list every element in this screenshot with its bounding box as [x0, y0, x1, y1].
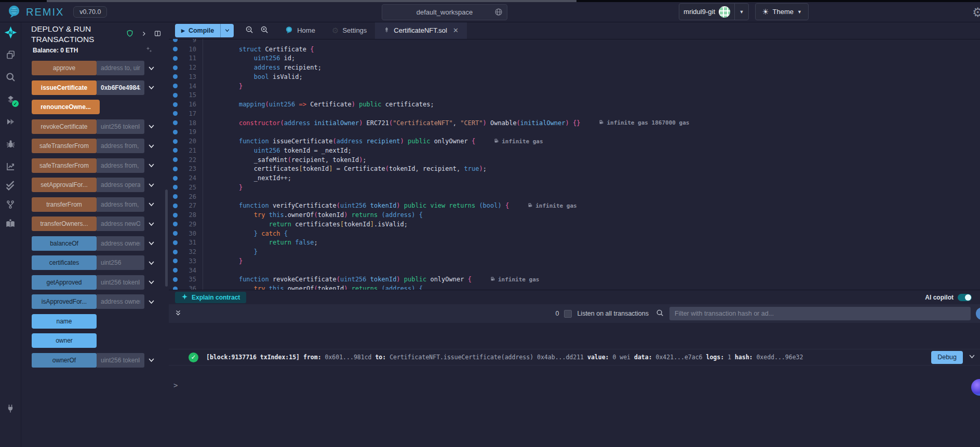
zoom-out-icon[interactable]	[245, 25, 254, 36]
user-menu-caret[interactable]: ▼	[734, 4, 748, 20]
sidebar-icon-learneth[interactable]	[0, 218, 21, 230]
terminal-edge-button[interactable]	[976, 307, 980, 320]
function-button-revokeCertificate[interactable]: revokeCertificate	[32, 119, 97, 134]
breakpoint-dot[interactable]	[173, 268, 178, 273]
breakpoint-dot[interactable]	[173, 185, 178, 189]
breakpoint-dot[interactable]	[173, 84, 178, 88]
breakpoint-dot[interactable]	[173, 240, 178, 245]
user-menu[interactable]: mridul9-git ▼	[679, 3, 749, 20]
function-input-setApprovalFor[interactable]	[97, 178, 144, 192]
function-button-approve[interactable]: approve	[32, 61, 97, 75]
expand-caret-icon[interactable]	[144, 298, 155, 306]
terminal-filter-input[interactable]	[669, 307, 971, 320]
sidebar-icon-deploy-run[interactable]	[0, 115, 21, 128]
expand-caret-icon[interactable]	[144, 123, 155, 130]
expand-caret-icon[interactable]	[144, 239, 155, 247]
tab-settings[interactable]: ⚙Settings	[324, 22, 375, 39]
window-top-scrollbar[interactable]	[0, 0, 980, 2]
expand-caret-icon[interactable]	[144, 259, 155, 267]
sidebar-icon-solidity-compiler[interactable]: ✓	[0, 93, 21, 105]
function-input-balanceOf[interactable]	[97, 236, 144, 251]
function-button-ownerOf[interactable]: ownerOf	[32, 353, 97, 368]
breakpoint-dot[interactable]	[173, 167, 178, 171]
function-button-balanceOf[interactable]: balanceOf	[32, 236, 97, 251]
breakpoint-dot[interactable]	[173, 93, 178, 98]
expand-caret-icon[interactable]	[144, 278, 155, 286]
breakpoint-dot[interactable]	[173, 204, 178, 208]
breakpoint-dot[interactable]	[173, 213, 178, 218]
function-input-safeTransferFrom[interactable]	[97, 139, 144, 153]
terminal-collapse-icon[interactable]	[174, 309, 182, 318]
function-input-certificates[interactable]	[97, 255, 144, 270]
breakpoint-dot[interactable]	[173, 47, 178, 51]
breakpoint-dot[interactable]	[173, 231, 178, 236]
function-input-transferOwners[interactable]	[97, 216, 144, 231]
compile-options-caret[interactable]	[220, 24, 234, 37]
function-button-transferFrom[interactable]: transferFrom	[32, 197, 97, 212]
function-button-owner[interactable]: owner	[32, 333, 97, 348]
debug-button[interactable]: Debug	[931, 351, 963, 364]
sidebar-icon-debugger[interactable]	[0, 138, 21, 150]
settings-gear-icon-edge[interactable]: ⚙	[972, 5, 980, 20]
sidebar-icon-plugin-manager[interactable]	[0, 402, 21, 415]
user-menu-main[interactable]: mridul9-git	[679, 6, 734, 18]
tab-certificatenft-sol[interactable]: CertificateNFT.sol✕	[375, 22, 466, 39]
function-button-safeTransferFrom[interactable]: safeTransferFrom	[32, 158, 97, 173]
sidebar-icon-ai-assistant[interactable]: AI	[0, 26, 21, 38]
breakpoint-dot[interactable]	[173, 139, 178, 144]
sidebar-icon-analytics[interactable]	[0, 160, 21, 172]
function-input-approve[interactable]	[97, 61, 144, 75]
function-input-ownerOf[interactable]	[97, 353, 144, 368]
sidebar-icon-file-explorer[interactable]	[0, 48, 21, 61]
sidebar-icon-search[interactable]	[0, 71, 21, 83]
listen-all-checkbox[interactable]	[564, 310, 572, 318]
breakpoint-dot[interactable]	[173, 130, 178, 134]
function-button-isApprovedFor[interactable]: isApprovedFor...	[32, 294, 97, 309]
function-button-getApproved[interactable]: getApproved	[32, 275, 97, 290]
breakpoint-dot[interactable]	[173, 39, 178, 42]
breakpoint-dot[interactable]	[173, 65, 178, 70]
breakpoint-dot[interactable]	[173, 250, 178, 254]
expand-caret-icon[interactable]	[144, 161, 155, 169]
expand-caret-icon[interactable]	[144, 64, 155, 72]
breakpoint-dot[interactable]	[173, 120, 178, 125]
function-input-revokeCertificate[interactable]	[97, 119, 144, 134]
function-button-safeTransferFrom[interactable]: safeTransferFrom	[32, 139, 97, 153]
ai-copilot-toggle[interactable]	[958, 294, 972, 301]
zoom-in-icon[interactable]	[260, 25, 269, 36]
compile-button[interactable]: ▶ Compile	[175, 24, 220, 37]
log-expand-caret[interactable]	[968, 353, 976, 362]
expand-caret-icon[interactable]	[144, 220, 155, 228]
sidebar-icon-static-analysis[interactable]	[0, 179, 21, 192]
breakpoint-dot[interactable]	[173, 74, 178, 79]
function-input-getApproved[interactable]	[97, 275, 144, 290]
panel-scrollbar[interactable]	[165, 189, 168, 287]
function-button-issueCertificate[interactable]: issueCertificate	[32, 80, 97, 95]
function-button-name[interactable]: name	[32, 314, 97, 329]
scrollbar-thumb[interactable]	[47, 0, 576, 2]
explain-contract-button[interactable]: Explain contract	[175, 292, 246, 303]
expand-caret-icon[interactable]	[144, 142, 155, 150]
chevron-right-icon[interactable]	[141, 30, 147, 39]
sidebar-icon-git[interactable]	[0, 198, 21, 211]
function-input-safeTransferFrom[interactable]	[97, 158, 144, 173]
breakpoint-dot[interactable]	[173, 111, 178, 116]
function-button-transferOwners[interactable]: transferOwners...	[32, 216, 97, 231]
expand-caret-icon[interactable]	[144, 356, 155, 364]
theme-dropdown[interactable]: ☀ Theme ▼	[755, 3, 809, 20]
function-input-issueCertificate[interactable]	[97, 80, 144, 95]
breakpoint-dot[interactable]	[173, 157, 178, 162]
breakpoint-dot[interactable]	[173, 194, 178, 199]
terminal-prompt[interactable]: >	[173, 381, 178, 389]
breakpoint-dot[interactable]	[173, 148, 178, 153]
expand-caret-icon[interactable]	[144, 84, 155, 91]
function-button-setApprovalFor[interactable]: setApprovalFor...	[32, 178, 97, 192]
breakpoint-dot[interactable]	[173, 222, 178, 226]
pin-panel-icon[interactable]	[154, 30, 162, 39]
function-button-renounceOwne[interactable]: renounceOwne...	[32, 100, 100, 114]
expand-caret-icon[interactable]	[144, 181, 155, 189]
workspace-select[interactable]: default_workspace	[382, 4, 507, 20]
breakpoint-dot[interactable]	[173, 259, 178, 263]
function-input-isApprovedFor[interactable]	[97, 294, 144, 309]
close-icon[interactable]: ✕	[453, 26, 459, 34]
